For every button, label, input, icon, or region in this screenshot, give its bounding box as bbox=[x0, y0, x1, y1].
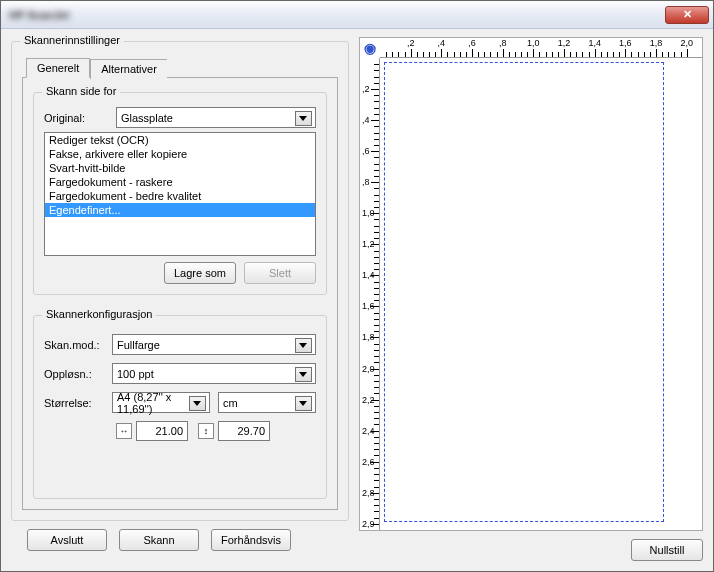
unit-select[interactable]: cm bbox=[218, 392, 316, 413]
scan-side-group: Skann side for Original: Glassplate Redi… bbox=[33, 92, 327, 295]
dimensions-row: ↔ 21.00 ↕ 29.70 bbox=[116, 421, 316, 441]
ruler-vertical: ,2,4,6,81,01,21,41,61,82,02,22,42,62,82,… bbox=[360, 58, 380, 530]
size-row: Størrelse: A4 (8,27'' x 11,69'') cm bbox=[44, 392, 316, 413]
width-input[interactable]: 21.00 bbox=[136, 421, 188, 441]
left-pane: Skannerinnstillinger Generelt Alternativ… bbox=[11, 37, 349, 561]
scan-button[interactable]: Skann bbox=[119, 529, 199, 551]
preview-button[interactable]: Forhåndsvis bbox=[211, 529, 291, 551]
scanner-config-label: Skannerkonfigurasjon bbox=[42, 308, 156, 320]
tab-content: Skann side for Original: Glassplate Redi… bbox=[22, 77, 338, 510]
list-item[interactable]: Fakse, arkivere eller kopiere bbox=[45, 147, 315, 161]
tab-alternatives[interactable]: Alternativer bbox=[90, 59, 167, 79]
quit-button[interactable]: Avslutt bbox=[27, 529, 107, 551]
mode-label: Skan.mod.: bbox=[44, 339, 104, 351]
list-item[interactable]: Svart-hvitt-bilde bbox=[45, 161, 315, 175]
list-item[interactable]: Fargedokument - bedre kvalitet bbox=[45, 189, 315, 203]
preview-area[interactable]: ◉ ,2,4,6,81,01,21,41,61,82,0 ,2,4,6,81,0… bbox=[359, 37, 703, 531]
tab-general[interactable]: Generelt bbox=[26, 58, 90, 78]
height-icon: ↕ bbox=[198, 423, 214, 439]
preset-button-row: Lagre som Slett bbox=[44, 262, 316, 284]
ruler-horizontal: ,2,4,6,81,01,21,41,61,82,0 bbox=[380, 38, 702, 58]
ruler-corner: ◉ bbox=[360, 38, 380, 58]
resolution-row: Oppløsn.: 100 ppt bbox=[44, 363, 316, 384]
left-bottom-bar: Avslutt Skann Forhåndsvis bbox=[11, 521, 349, 561]
width-pair: ↔ 21.00 bbox=[116, 421, 188, 441]
original-row: Original: Glassplate bbox=[44, 107, 316, 128]
titlebar: HP ScanJet ✕ bbox=[1, 1, 713, 29]
scan-side-label: Skann side for bbox=[42, 85, 120, 97]
resolution-select[interactable]: 100 ppt bbox=[112, 363, 316, 384]
list-item[interactable]: Fargedokument - raskere bbox=[45, 175, 315, 189]
scanner-settings-label: Skannerinnstillinger bbox=[20, 34, 124, 46]
size-select[interactable]: A4 (8,27'' x 11,69'') bbox=[112, 392, 210, 413]
height-pair: ↕ 29.70 bbox=[198, 421, 270, 441]
scanner-config-group: Skannerkonfigurasjon Skan.mod.: Fullfarg… bbox=[33, 315, 327, 499]
right-bottom-bar: Nullstill bbox=[359, 531, 703, 561]
scanner-dialog: HP ScanJet ✕ Skannerinnstillinger Genere… bbox=[0, 0, 714, 572]
reset-button[interactable]: Nullstill bbox=[631, 539, 703, 561]
delete-button: Slett bbox=[244, 262, 316, 284]
list-item[interactable]: Egendefinert... bbox=[45, 203, 315, 217]
save-as-button[interactable]: Lagre som bbox=[164, 262, 236, 284]
content: Skannerinnstillinger Generelt Alternativ… bbox=[1, 29, 713, 571]
scanner-settings-group: Skannerinnstillinger Generelt Alternativ… bbox=[11, 41, 349, 521]
preset-listbox[interactable]: Rediger tekst (OCR)Fakse, arkivere eller… bbox=[44, 132, 316, 256]
list-item[interactable]: Rediger tekst (OCR) bbox=[45, 133, 315, 147]
mode-select[interactable]: Fullfarge bbox=[112, 334, 316, 355]
resolution-label: Oppløsn.: bbox=[44, 368, 104, 380]
width-icon: ↔ bbox=[116, 423, 132, 439]
size-label: Størrelse: bbox=[44, 397, 104, 409]
original-select[interactable]: Glassplate bbox=[116, 107, 316, 128]
original-label: Original: bbox=[44, 112, 108, 124]
scan-selection[interactable] bbox=[384, 62, 664, 522]
close-button[interactable]: ✕ bbox=[665, 6, 709, 24]
mode-row: Skan.mod.: Fullfarge bbox=[44, 334, 316, 355]
window-title: HP ScanJet bbox=[9, 9, 69, 21]
height-input[interactable]: 29.70 bbox=[218, 421, 270, 441]
tab-bar: Generelt Alternativer bbox=[26, 58, 338, 78]
close-icon: ✕ bbox=[683, 8, 692, 21]
right-pane: ◉ ,2,4,6,81,01,21,41,61,82,0 ,2,4,6,81,0… bbox=[359, 37, 703, 561]
